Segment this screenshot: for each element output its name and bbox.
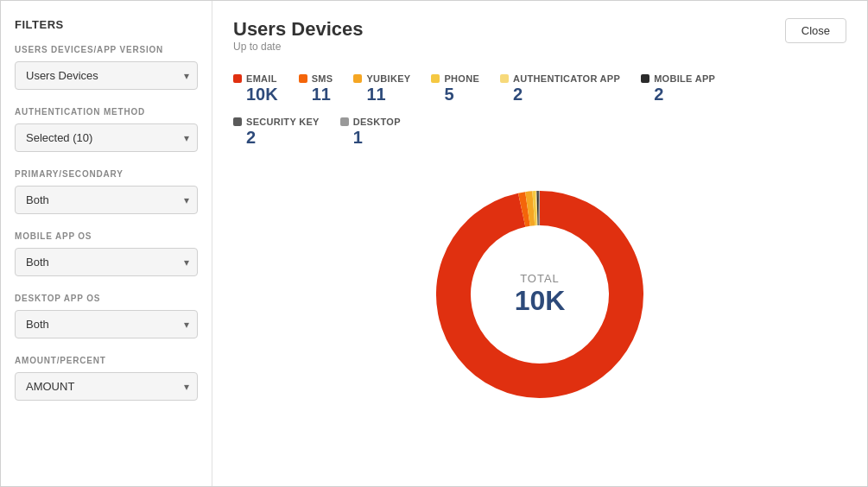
page-title: Users Devices: [233, 18, 363, 41]
legend-dot-yubikey: [353, 74, 362, 83]
filter-label-authentication-method: AUTHENTICATION METHOD: [15, 107, 198, 117]
filter-label-desktop-app-os: DESKTOP APP OS: [15, 294, 198, 303]
legend-label-yubikey: YUBIKEY: [366, 73, 410, 84]
donut-center: TOTAL 10K: [515, 272, 566, 317]
filter-section-mobile-app-os: MOBILE APP OSBoth: [15, 231, 198, 276]
legend: EMAIL10KSMS11YUBIKEY11PHONE5AUTHENTICATO…: [233, 73, 846, 156]
chart-area: TOTAL 10K: [233, 165, 846, 424]
legend-item-yubikey: YUBIKEY11: [353, 73, 410, 104]
legend-label-desktop: DESKTOP: [353, 117, 401, 127]
filter-select-wrapper-primary-secondary: Both: [15, 186, 198, 214]
filter-section-primary-secondary: PRIMARY/SECONDARYBoth: [15, 169, 198, 214]
legend-dot-desktop: [340, 117, 349, 126]
filter-select-mobile-app-os[interactable]: Both: [15, 248, 198, 276]
close-button[interactable]: Close: [785, 18, 846, 43]
legend-value-desktop: 1: [353, 128, 401, 148]
main-content: Users Devices Up to date Close EMAIL10KS…: [212, 1, 867, 486]
filter-select-wrapper-amount-percent: AMOUNTPERCENT: [15, 372, 198, 401]
legend-value-mobile-app: 2: [654, 85, 715, 104]
filter-select-wrapper-users-devices-app-version: Users Devices: [15, 61, 198, 90]
legend-item-security-key: SECURITY KEY2: [233, 117, 320, 148]
total-value: 10K: [515, 285, 566, 317]
filter-select-primary-secondary[interactable]: Both: [15, 186, 198, 214]
legend-dot-sms: [299, 74, 307, 83]
filter-section-authentication-method: AUTHENTICATION METHODSelected (10): [15, 107, 198, 152]
filter-section-users-devices-app-version: USERS DEVICES/APP VERSIONUsers Devices: [15, 45, 198, 90]
donut-segment-yubikey: [528, 208, 534, 209]
legend-value-email: 10K: [246, 85, 278, 104]
filter-select-users-devices-app-version[interactable]: Users Devices: [15, 61, 198, 90]
filter-label-primary-secondary: PRIMARY/SECONDARY: [15, 169, 198, 179]
modal: FILTERS USERS DEVICES/APP VERSIONUsers D…: [0, 0, 868, 487]
legend-dot-phone: [431, 74, 440, 83]
legend-dot-security-key: [233, 117, 242, 126]
legend-value-authenticator-app: 2: [513, 85, 620, 104]
legend-item-mobile-app: MOBILE APP2: [641, 73, 715, 104]
legend-value-sms: 11: [312, 85, 333, 104]
filter-select-desktop-app-os[interactable]: Both: [15, 310, 198, 338]
legend-dot-authenticator-app: [500, 74, 509, 83]
legend-label-security-key: SECURITY KEY: [246, 117, 320, 127]
legend-label-mobile-app: MOBILE APP: [654, 73, 715, 84]
legend-item-sms: SMS11: [299, 73, 333, 104]
filters-title: FILTERS: [15, 18, 198, 31]
donut-segment-sms: [522, 209, 528, 210]
filter-select-wrapper-mobile-app-os: Both: [15, 248, 198, 276]
legend-value-yubikey: 11: [366, 85, 410, 104]
legend-row-2: SECURITY KEY2DESKTOP1: [233, 117, 846, 156]
filter-select-amount-percent[interactable]: AMOUNTPERCENT: [15, 372, 198, 401]
legend-item-authenticator-app: AUTHENTICATOR APP2: [500, 73, 620, 104]
legend-value-security-key: 2: [246, 128, 320, 148]
legend-item-desktop: DESKTOP1: [340, 117, 401, 148]
legend-dot-mobile-app: [641, 74, 649, 83]
legend-row-1: EMAIL10KSMS11YUBIKEY11PHONE5AUTHENTICATO…: [233, 73, 846, 113]
filter-select-wrapper-desktop-app-os: Both: [15, 310, 198, 338]
main-header: Users Devices Up to date Close: [233, 18, 846, 66]
total-label: TOTAL: [515, 272, 566, 285]
filter-label-users-devices-app-version: USERS DEVICES/APP VERSION: [15, 45, 198, 54]
filter-select-authentication-method[interactable]: Selected (10): [15, 123, 198, 152]
filter-select-wrapper-authentication-method: Selected (10): [15, 123, 198, 152]
filter-section-amount-percent: AMOUNT/PERCENTAMOUNTPERCENT: [15, 356, 198, 401]
legend-value-phone: 5: [444, 85, 479, 104]
legend-label-sms: SMS: [312, 73, 333, 84]
filter-label-mobile-app-os: MOBILE APP OS: [15, 231, 198, 241]
legend-label-authenticator-app: AUTHENTICATOR APP: [513, 73, 620, 84]
donut-chart: TOTAL 10K: [410, 165, 669, 424]
legend-item-phone: PHONE5: [431, 73, 479, 104]
legend-dot-email: [233, 74, 242, 83]
sidebar: FILTERS USERS DEVICES/APP VERSIONUsers D…: [1, 1, 212, 486]
legend-label-phone: PHONE: [444, 73, 479, 84]
filter-label-amount-percent: AMOUNT/PERCENT: [15, 356, 198, 365]
legend-label-email: EMAIL: [246, 73, 277, 84]
filter-section-desktop-app-os: DESKTOP APP OSBoth: [15, 294, 198, 338]
legend-item-email: EMAIL10K: [233, 73, 278, 104]
subtitle: Up to date: [233, 41, 363, 53]
